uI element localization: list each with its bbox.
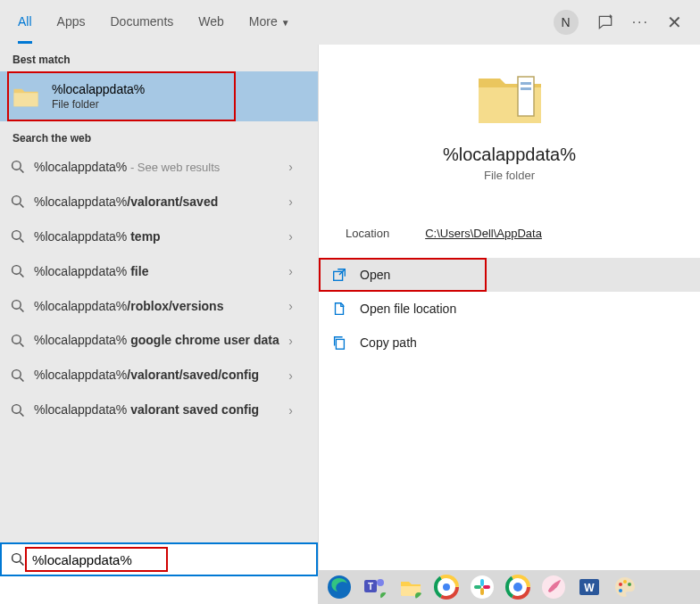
- preview-title: %localappdata%: [340, 145, 679, 165]
- action-open-location[interactable]: Open file location: [319, 292, 700, 326]
- best-match-label: Best match: [0, 45, 318, 71]
- svg-point-5: [12, 335, 21, 343]
- svg-text:T: T: [368, 582, 373, 592]
- svg-point-2: [12, 231, 21, 240]
- web-result-text: %localappdata% temp: [34, 228, 288, 245]
- header-tabs: All Apps Documents Web More▼: [18, 2, 290, 44]
- svg-point-43: [619, 589, 622, 592]
- web-result-3[interactable]: %localappdata% file ›: [0, 254, 318, 289]
- tab-more[interactable]: More▼: [249, 2, 290, 44]
- palette-icon[interactable]: [612, 575, 638, 600]
- action-copy-path[interactable]: Copy path: [319, 326, 700, 360]
- svg-point-41: [623, 580, 627, 583]
- search-bar: [0, 542, 318, 576]
- main-layout: Best match %localappdata% File folder Se…: [0, 45, 700, 576]
- copy-icon: [331, 335, 347, 351]
- explorer-icon[interactable]: [398, 575, 423, 600]
- action-open-location-label: Open file location: [360, 302, 456, 316]
- action-open[interactable]: Open: [319, 258, 700, 292]
- tab-documents[interactable]: Documents: [110, 2, 173, 44]
- web-result-6[interactable]: %localappdata%/valorant/saved/config ›: [0, 358, 318, 393]
- chrome-alt-icon[interactable]: [505, 575, 530, 600]
- search-header: All Apps Documents Web More▼ N ··· ✕: [0, 0, 700, 45]
- chevron-right-icon: ›: [288, 403, 293, 418]
- svg-point-0: [12, 161, 21, 170]
- svg-point-13: [12, 554, 21, 563]
- more-options-icon[interactable]: ···: [632, 14, 649, 30]
- feedback-icon[interactable]: [596, 13, 614, 31]
- search-icon: [11, 229, 25, 244]
- search-icon: [11, 403, 25, 418]
- chevron-right-icon: ›: [288, 160, 293, 174]
- svg-rect-12: [336, 339, 344, 349]
- svg-point-4: [12, 301, 21, 310]
- search-icon: [11, 552, 25, 567]
- svg-point-18: [380, 592, 388, 600]
- highlight-box: [319, 258, 487, 292]
- chevron-right-icon: ›: [288, 194, 293, 209]
- svg-point-27: [471, 575, 494, 599]
- svg-point-42: [628, 583, 631, 586]
- web-result-4[interactable]: %localappdata%/roblox/versions ›: [0, 289, 318, 324]
- svg-point-7: [12, 404, 21, 413]
- close-icon[interactable]: ✕: [667, 12, 682, 33]
- search-web-label: Search the web: [0, 123, 318, 150]
- svg-point-40: [619, 583, 622, 586]
- svg-rect-28: [480, 579, 484, 586]
- svg-rect-31: [483, 585, 490, 589]
- word-icon[interactable]: W: [577, 575, 602, 600]
- svg-rect-29: [474, 585, 481, 589]
- web-result-text: %localappdata% - See web results: [34, 159, 288, 176]
- chevron-right-icon: ›: [288, 368, 293, 383]
- search-icon: [11, 368, 25, 383]
- tab-all[interactable]: All: [18, 2, 32, 44]
- search-icon: [11, 264, 25, 278]
- web-result-7[interactable]: %localappdata% valorant saved config ›: [0, 393, 318, 427]
- location-value[interactable]: C:\Users\Dell\AppData: [425, 227, 542, 240]
- svg-point-6: [12, 369, 21, 378]
- chevron-right-icon: ›: [288, 334, 293, 348]
- best-match-result[interactable]: %localappdata% File folder: [0, 71, 318, 121]
- web-result-text: %localappdata%/valorant/saved: [34, 194, 288, 211]
- action-copy-path-label: Copy path: [360, 335, 417, 350]
- svg-point-17: [377, 579, 384, 586]
- search-icon: [11, 299, 25, 313]
- web-result-0[interactable]: %localappdata% - See web results ›: [0, 150, 318, 185]
- tab-apps[interactable]: Apps: [57, 2, 86, 44]
- tab-web[interactable]: Web: [198, 2, 224, 44]
- file-location-icon: [331, 301, 347, 317]
- teams-icon[interactable]: T: [362, 575, 388, 600]
- location-label: Location: [346, 227, 389, 240]
- preview-sub: File folder: [340, 169, 679, 182]
- chevron-right-icon: ›: [288, 299, 293, 313]
- edge-icon[interactable]: [327, 575, 352, 600]
- web-result-text: %localappdata%/roblox/versions: [34, 298, 288, 315]
- svg-rect-30: [480, 588, 484, 595]
- web-result-text: %localappdata% file: [34, 263, 288, 280]
- web-result-1[interactable]: %localappdata%/valorant/saved ›: [0, 185, 318, 219]
- results-panel: Best match %localappdata% File folder Se…: [0, 45, 318, 576]
- svg-rect-9: [521, 82, 531, 85]
- search-icon: [11, 334, 25, 348]
- user-avatar[interactable]: N: [554, 10, 579, 35]
- chevron-down-icon: ▼: [281, 18, 290, 28]
- header-actions: N ··· ✕: [554, 10, 682, 35]
- svg-point-20: [415, 592, 422, 600]
- svg-point-3: [12, 266, 21, 275]
- paint-tool-icon[interactable]: [541, 575, 566, 600]
- slack-icon[interactable]: [470, 575, 495, 600]
- highlight-box: [7, 71, 236, 121]
- search-icon: [11, 194, 25, 209]
- web-result-2[interactable]: %localappdata% temp ›: [0, 219, 318, 254]
- highlight-box: [25, 547, 168, 572]
- taskbar: T W: [318, 570, 700, 604]
- chrome-icon[interactable]: [434, 575, 459, 600]
- svg-point-36: [513, 583, 522, 592]
- chevron-right-icon: ›: [288, 264, 293, 278]
- preview-panel: %localappdata% File folder Location C:\U…: [318, 45, 700, 576]
- chevron-right-icon: ›: [288, 229, 293, 244]
- web-result-text: %localappdata%/valorant/saved/config: [34, 367, 288, 384]
- web-result-5[interactable]: %localappdata% google chrome user data ›: [0, 323, 318, 358]
- search-icon: [11, 160, 25, 174]
- svg-rect-10: [521, 87, 531, 90]
